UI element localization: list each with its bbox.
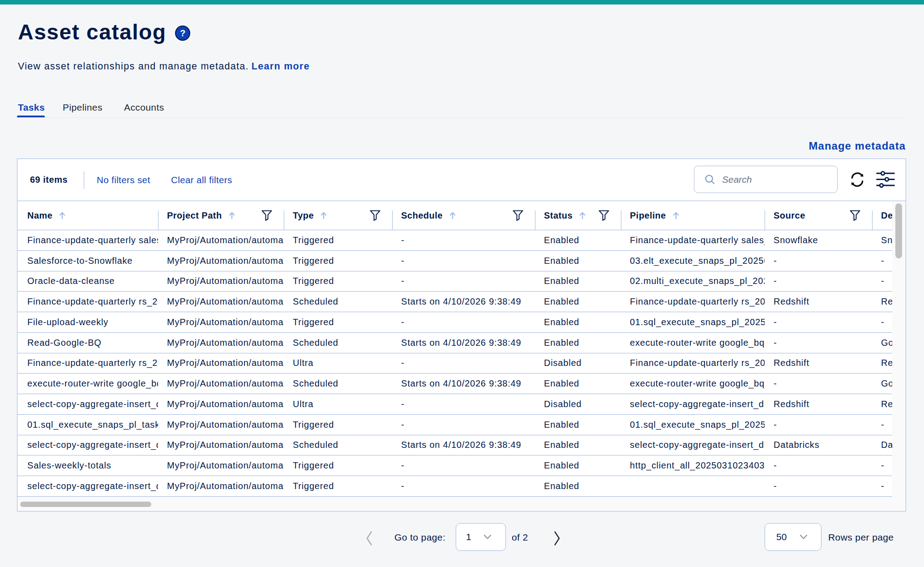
next-page-icon[interactable] bbox=[552, 530, 562, 546]
column-label: Name bbox=[27, 210, 52, 221]
cell-project_path: MyProj/Automation/automation bbox=[158, 353, 284, 374]
cell-source: - bbox=[765, 415, 872, 435]
cell-source: Snowflake bbox=[765, 230, 872, 250]
column-header-source[interactable]: Source bbox=[765, 201, 872, 230]
cell-schedule: - bbox=[392, 230, 535, 250]
previous-page-icon[interactable] bbox=[364, 530, 375, 546]
cell-destination: - bbox=[872, 312, 893, 332]
cell-status: Disabled bbox=[535, 394, 621, 414]
cell-project_path: MyProj/Automation/automation bbox=[158, 415, 284, 435]
rows-per-page-label: Rows per page bbox=[828, 532, 894, 543]
asset-table-panel: 69 items No filters set Clear all filter… bbox=[17, 159, 906, 511]
table-row[interactable]: Sales-weekly-totalsMyProj/Automation/aut… bbox=[17, 455, 893, 476]
cell-schedule: - bbox=[392, 353, 535, 374]
cell-type: Triggered bbox=[284, 312, 392, 332]
search-box[interactable] bbox=[694, 166, 838, 193]
filter-funnel-icon[interactable] bbox=[261, 209, 273, 222]
clear-all-filters-link[interactable]: Clear all filters bbox=[171, 159, 232, 201]
cell-pipeline bbox=[621, 476, 765, 496]
filter-funnel-icon[interactable] bbox=[598, 209, 610, 222]
help-icon[interactable]: ? bbox=[175, 26, 190, 41]
manage-metadata-link[interactable]: Manage metadata bbox=[809, 140, 906, 152]
cell-type: Triggered bbox=[284, 251, 392, 271]
column-header-pipeline[interactable]: Pipeline bbox=[621, 201, 765, 230]
cell-type: Scheduled bbox=[284, 435, 392, 455]
sort-ascending-icon[interactable] bbox=[672, 210, 680, 220]
cell-status: Enabled bbox=[535, 476, 621, 496]
horizontal-scrollbar-thumb[interactable] bbox=[20, 502, 151, 507]
cell-destination: - bbox=[872, 415, 893, 435]
rows-per-page-value: 50 bbox=[776, 532, 787, 542]
filter-funnel-icon[interactable] bbox=[849, 209, 861, 222]
cell-pipeline: 01.sql_execute_snaps_pl_2025031023 bbox=[621, 415, 765, 435]
column-header-schedule[interactable]: Schedule bbox=[392, 201, 535, 230]
sort-ascending-icon[interactable] bbox=[578, 210, 587, 220]
cell-destination: - bbox=[872, 476, 893, 496]
table-row[interactable]: 01.sql_execute_snaps_pl_task_2025MyProj/… bbox=[17, 415, 893, 435]
sort-ascending-icon[interactable] bbox=[58, 210, 67, 220]
horizontal-scrollbar[interactable] bbox=[17, 497, 892, 511]
sort-ascending-icon[interactable] bbox=[448, 210, 457, 220]
table-row[interactable]: Read-Google-BQMyProj/Automation/automati… bbox=[17, 333, 893, 353]
cell-pipeline: execute-router-write google_bq bbox=[621, 374, 765, 394]
page-select[interactable]: 1 bbox=[456, 523, 506, 551]
vertical-scrollbar[interactable] bbox=[892, 201, 906, 511]
table-row[interactable]: Finance-update-quarterly rs_2025MyProj/A… bbox=[17, 353, 893, 374]
page-select-value: 1 bbox=[466, 532, 471, 542]
filter-funnel-icon[interactable] bbox=[369, 209, 381, 222]
table-row[interactable]: Oracle-data-cleanseMyProj/Automation/aut… bbox=[17, 271, 893, 292]
cell-project_path: MyProj/Automation/automation bbox=[158, 271, 284, 292]
column-divider bbox=[621, 210, 621, 230]
table-row[interactable]: select-copy-aggregate-insert_dbMyProj/Au… bbox=[17, 394, 893, 415]
table-row[interactable]: File-upload-weeklyMyProj/Automation/auto… bbox=[17, 312, 893, 333]
cell-name: Oracle-data-cleanse bbox=[17, 271, 158, 292]
column-header-type[interactable]: Type bbox=[284, 201, 392, 230]
table-row[interactable]: Finance-update-quarterly sales_2025MyPro… bbox=[17, 230, 893, 251]
column-label: Pipeline bbox=[630, 210, 666, 221]
cell-pipeline: select-copy-aggregate-insert_db bbox=[621, 394, 765, 414]
cell-source: Databricks bbox=[765, 435, 872, 455]
rows-per-page-select[interactable]: 50 bbox=[765, 523, 821, 551]
cell-name: Finance-update-quarterly rs_2025 bbox=[17, 353, 158, 374]
refresh-icon[interactable] bbox=[848, 171, 866, 189]
cell-status: Enabled bbox=[535, 292, 621, 312]
cell-destination: - bbox=[872, 455, 893, 476]
cell-destination: Databricks bbox=[872, 435, 893, 455]
table-row[interactable]: select-copy-aggregate-insert_dbMyProj/Au… bbox=[17, 435, 893, 456]
cell-destination: - bbox=[872, 271, 893, 292]
table-row[interactable]: select-copy-aggregate-insert_dbMyProj/Au… bbox=[17, 476, 893, 497]
cell-destination: Redshift bbox=[872, 394, 893, 414]
cell-schedule: - bbox=[392, 476, 535, 496]
tab-accounts[interactable]: Accounts bbox=[124, 102, 164, 113]
subtitle-text: View asset relationships and manage meta… bbox=[18, 61, 249, 72]
cell-name: File-upload-weekly bbox=[17, 312, 158, 332]
cell-type: Ultra bbox=[284, 394, 392, 414]
column-settings-icon[interactable] bbox=[876, 171, 895, 189]
cell-project_path: MyProj/Automation/automation bbox=[158, 333, 284, 353]
tab-pipelines[interactable]: Pipelines bbox=[63, 102, 103, 113]
cell-schedule: - bbox=[392, 271, 535, 292]
cell-name: select-copy-aggregate-insert_db bbox=[17, 394, 158, 414]
column-header-name[interactable]: Name bbox=[17, 201, 158, 230]
table-row[interactable]: execute-router-write google_bqMyProj/Aut… bbox=[17, 374, 893, 394]
sort-ascending-icon[interactable] bbox=[227, 210, 236, 220]
learn-more-link[interactable]: Learn more bbox=[252, 61, 310, 72]
page-title: Asset catalog bbox=[18, 20, 167, 44]
column-header-project_path[interactable]: Project Path bbox=[158, 201, 284, 230]
cell-destination: Google BigQuery bbox=[872, 374, 893, 394]
column-header-status[interactable]: Status bbox=[535, 201, 621, 230]
column-header-destination[interactable]: Destination bbox=[872, 201, 893, 230]
cell-schedule: - bbox=[392, 394, 535, 414]
filter-funnel-icon[interactable] bbox=[512, 209, 524, 222]
vertical-scrollbar-thumb[interactable] bbox=[895, 203, 902, 258]
cell-project_path: MyProj/Automation/automation bbox=[158, 394, 284, 414]
table-row[interactable]: Salesforce-to-SnowflakeMyProj/Automation… bbox=[17, 251, 893, 271]
table-row[interactable]: Finance-update-quarterly rs_2025MyProj/A… bbox=[17, 292, 893, 312]
cell-source: - bbox=[765, 271, 872, 292]
sort-ascending-icon[interactable] bbox=[319, 210, 328, 220]
cell-project_path: MyProj/Automation/automation bbox=[158, 435, 284, 455]
tab-tasks[interactable]: Tasks bbox=[18, 102, 45, 113]
cell-source: - bbox=[765, 476, 872, 496]
search-input[interactable] bbox=[722, 174, 825, 185]
no-filters-set-link[interactable]: No filters set bbox=[97, 159, 150, 201]
